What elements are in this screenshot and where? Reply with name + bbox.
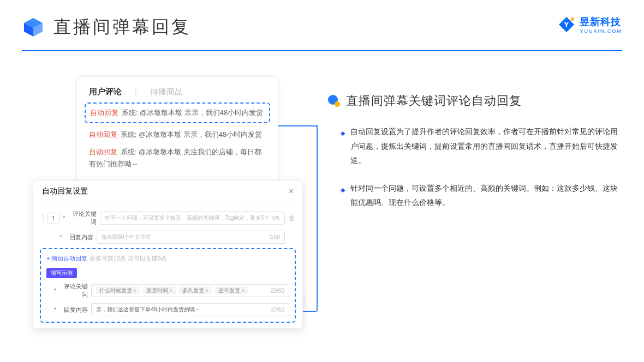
svg-point-7 bbox=[335, 101, 340, 107]
comment-prefix: 系统: bbox=[121, 148, 137, 156]
svg-point-5 bbox=[571, 17, 574, 21]
header-divider bbox=[22, 50, 622, 51]
comment-item: 自动回复 系统: @冰墩墩本墩 亲亲，我们48小时内发货 bbox=[89, 129, 266, 141]
comment-text: @冰墩墩本墩 亲亲，我们48小时内发货 bbox=[139, 130, 262, 138]
section-title: 直播间弹幕关键词评论自动回复 bbox=[346, 93, 522, 109]
example-keyword-input[interactable]: 什么时候发货× 发货时间× 多久发货× 还不发货× 20/50 bbox=[91, 284, 289, 297]
highlighted-comment: 自动回复 系统: @冰墩墩本墩 亲亲，我们48小时内发货 bbox=[85, 102, 270, 123]
brand-name: 昱新科技 bbox=[580, 15, 622, 28]
required-star-icon: * bbox=[54, 306, 56, 313]
comments-tabbar: 用户评论 | 待播商品 bbox=[89, 87, 266, 97]
bullet-item: ◆ 自动回复设置为了提升作者的评论回复效率，作者可在开播前针对常见的评论用户问题… bbox=[327, 124, 622, 168]
tag-chip[interactable]: 发货时间× bbox=[143, 286, 175, 294]
example-reply-label: 回复内容 bbox=[59, 306, 88, 314]
comment-prefix: 系统: bbox=[122, 108, 138, 117]
example-reply-text: 亲，我们这边都是下单48小时内发货的哦～ bbox=[96, 306, 200, 313]
required-star-icon: * bbox=[63, 215, 65, 221]
example-kw-label: 评论关键词 bbox=[59, 282, 88, 299]
trash-icon[interactable]: 🗑 bbox=[288, 214, 296, 222]
reply-row: * 回复内容 每条限50个中文字符 0/50 bbox=[40, 231, 296, 244]
auto-reply-settings-panel: 自动回复设置 × ⋮⋮ 1 * 评论关键词 对同一个问题，可设置多个相近、高频的… bbox=[33, 180, 303, 329]
reply-input[interactable]: 每条限50个中文字符 0/50 bbox=[97, 231, 285, 244]
brand-logo: Y 昱新科技 YUUXIN.COM bbox=[558, 15, 622, 34]
example-keyword-row: * 评论关键词 什么时候发货× 发货时间× 多久发货× 还不发货× 20/50 bbox=[46, 282, 289, 299]
reply-count: 0/50 bbox=[270, 234, 280, 240]
bubble-icon bbox=[327, 94, 341, 107]
example-kw-count: 20/50 bbox=[271, 288, 284, 294]
index-badge: 1 bbox=[47, 213, 59, 224]
comment-item: 自动回复 系统: @冰墩墩本墩 关注我们的店铺，每日都有热门推荐呦～ bbox=[89, 146, 266, 170]
page-title: 直播间弹幕回复 bbox=[53, 15, 191, 39]
example-reply-input[interactable]: 亲，我们这边都是下单48小时内发货的哦～ 37/50 bbox=[91, 303, 289, 316]
example-reply-count: 37/50 bbox=[271, 307, 284, 313]
keyword-input[interactable]: 对同一个问题，可设置多个相近、高频的关键词，Tag确定，最多5个 0/5 bbox=[100, 212, 285, 225]
connector-line bbox=[278, 125, 317, 126]
auto-reply-tag: 自动回复 bbox=[90, 108, 118, 117]
required-star-icon: * bbox=[54, 287, 56, 294]
example-reply-row: * 回复内容 亲，我们这边都是下单48小时内发货的哦～ 37/50 bbox=[46, 303, 289, 316]
add-auto-reply-line: + 增加自动回复 最多可建10条 还可以创建9条 bbox=[46, 255, 289, 263]
svg-text:Y: Y bbox=[564, 20, 570, 29]
comment-text: @冰墩墩本墩 亲亲，我们48小时内发货 bbox=[140, 108, 263, 117]
tag-chip[interactable]: 什么时候发货× bbox=[96, 286, 139, 294]
diamond-icon: ◆ bbox=[341, 184, 345, 210]
logo-cube-icon bbox=[22, 16, 45, 39]
tab-pending-goods[interactable]: 待播商品 bbox=[150, 87, 183, 97]
auto-reply-tag: 自动回复 bbox=[89, 148, 117, 156]
auto-reply-tag: 自动回复 bbox=[89, 130, 117, 138]
bullet-text: 针对同一个问题，可设置多个相近的、高频的关键词。例如：这款多少钱、这块能优惠吗、… bbox=[350, 181, 622, 210]
example-badge: 填写示例 bbox=[46, 268, 77, 278]
settings-title: 自动回复设置 bbox=[42, 186, 88, 196]
keyword-count: 0/5 bbox=[272, 215, 280, 221]
keyword-label: 评论关键词 bbox=[68, 210, 97, 226]
connector-line bbox=[317, 125, 318, 311]
drag-handle-icon[interactable]: ⋮⋮ bbox=[40, 214, 44, 222]
comments-panel: 用户评论 | 待播商品 自动回复 系统: @冰墩墩本墩 亲亲，我们48小时内发货… bbox=[76, 76, 278, 186]
brand-sub: YUUXIN.COM bbox=[580, 28, 622, 34]
close-icon[interactable]: × bbox=[289, 186, 294, 196]
keyword-row: ⋮⋮ 1 * 评论关键词 对同一个问题，可设置多个相近、高频的关键词，Tag确定… bbox=[40, 210, 296, 226]
tab-separator: | bbox=[135, 87, 137, 97]
example-box: + 增加自动回复 最多可建10条 还可以创建9条 填写示例 * 评论关键词 什么… bbox=[40, 248, 296, 323]
diamond-icon: ◆ bbox=[341, 128, 345, 168]
add-hint: 最多可建10条 还可以创建9条 bbox=[90, 255, 167, 262]
tab-user-comments[interactable]: 用户评论 bbox=[89, 87, 122, 97]
bullet-item: ◆ 针对同一个问题，可设置多个相近的、高频的关键词。例如：这款多少钱、这块能优惠… bbox=[327, 181, 622, 210]
section-header: 直播间弹幕关键词评论自动回复 bbox=[327, 93, 622, 109]
tag-chip[interactable]: 多久发货× bbox=[179, 286, 211, 294]
tag-chip[interactable]: 还不发货× bbox=[215, 286, 247, 294]
comment-item: 自动回复 系统: @冰墩墩本墩 亲亲，我们48小时内发货 bbox=[90, 107, 265, 119]
reply-placeholder: 每条限50个中文字符 bbox=[102, 233, 151, 241]
add-auto-reply-link[interactable]: + 增加自动回复 bbox=[46, 255, 87, 262]
reply-label: 回复内容 bbox=[65, 233, 93, 242]
bullet-text: 自动回复设置为了提升作者的评论回复效率，作者可在开播前针对常见的评论用户问题，提… bbox=[350, 124, 622, 168]
brand-icon: Y bbox=[558, 16, 575, 33]
comment-prefix: 系统: bbox=[121, 130, 137, 138]
required-star-icon: * bbox=[59, 234, 62, 240]
keyword-placeholder: 对同一个问题，可设置多个相近、高频的关键词，Tag确定，最多5个 bbox=[105, 214, 270, 222]
